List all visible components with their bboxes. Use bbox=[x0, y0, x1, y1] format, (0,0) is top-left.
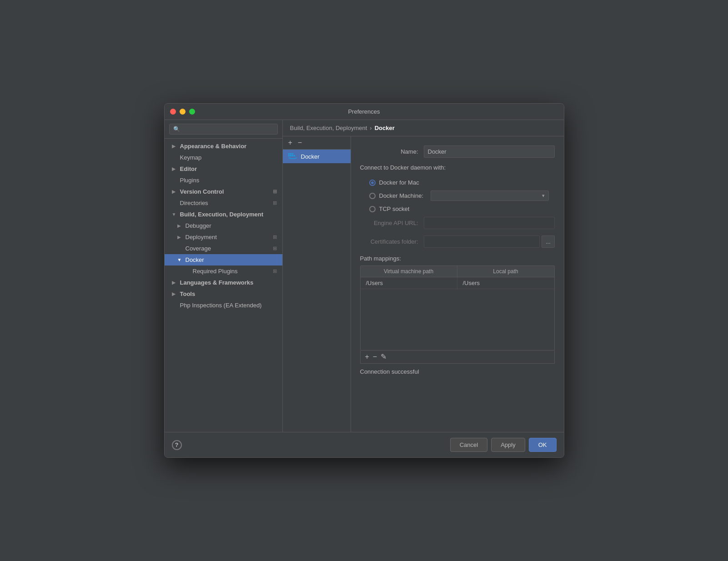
sidebar-item-required-plugins[interactable]: Required Plugins ⊞ bbox=[165, 265, 282, 277]
docker-icon bbox=[288, 153, 297, 160]
table-body: /Users /Users bbox=[361, 277, 554, 350]
expand-arrow-tools: ▶ bbox=[172, 291, 177, 296]
sidebar-label-keymap: Keymap bbox=[180, 154, 202, 161]
sidebar-label-appearance: Appearance & Behavior bbox=[180, 143, 247, 150]
col-header-local-path: Local path bbox=[457, 266, 554, 277]
svg-rect-4 bbox=[290, 155, 291, 156]
remove-docker-button[interactable]: − bbox=[297, 139, 303, 146]
sidebar-item-debugger[interactable]: ▶ Debugger bbox=[165, 220, 282, 231]
svg-rect-1 bbox=[290, 153, 291, 155]
expand-arrow-docker: ▼ bbox=[177, 257, 183, 262]
ok-button[interactable]: OK bbox=[529, 438, 557, 452]
sidebar-label-directories: Directories bbox=[180, 200, 208, 206]
docker-list: + − bbox=[283, 136, 351, 432]
connect-label-row: Connect to Docker daemon with: bbox=[360, 164, 555, 175]
sidebar-item-docker[interactable]: ▼ Docker bbox=[165, 254, 282, 265]
name-input[interactable] bbox=[424, 145, 555, 158]
svg-rect-6 bbox=[294, 155, 295, 156]
sidebar-item-tools[interactable]: ▶ Tools bbox=[165, 288, 282, 300]
dropdown-arrow-icon: ▾ bbox=[542, 193, 545, 199]
engine-api-input[interactable] bbox=[424, 217, 555, 229]
bottom-bar: ? Cancel Apply OK bbox=[165, 432, 564, 457]
certificates-row: Certificates folder: ... bbox=[360, 235, 555, 248]
path-mappings-table: Virtual machine path Local path /Users /… bbox=[360, 265, 555, 351]
svg-rect-3 bbox=[288, 155, 290, 156]
expand-arrow-build: ▼ bbox=[172, 212, 177, 217]
settings-panel: Name: Connect to Docker daemon with: Doc… bbox=[351, 136, 564, 432]
certificates-input-group: ... bbox=[424, 235, 555, 248]
apply-button[interactable]: Apply bbox=[491, 438, 525, 452]
engine-api-row: Engine API URL: bbox=[360, 217, 555, 229]
sidebar-item-editor[interactable]: ▶ Editor bbox=[165, 163, 282, 175]
close-button[interactable] bbox=[170, 109, 176, 115]
expand-arrow-debugger: ▶ bbox=[177, 223, 183, 228]
breadcrumb: Build, Execution, Deployment › Docker bbox=[283, 120, 564, 136]
sidebar-item-appearance[interactable]: ▶ Appearance & Behavior bbox=[165, 140, 282, 152]
maximize-button[interactable] bbox=[189, 109, 195, 115]
docker-item-label: Docker bbox=[301, 153, 320, 160]
docker-list-toolbar: + − bbox=[283, 136, 351, 150]
radio-docker-machine[interactable] bbox=[369, 193, 376, 199]
table-row[interactable]: /Users /Users bbox=[361, 277, 554, 289]
titlebar: Preferences bbox=[165, 104, 564, 120]
expand-arrow-vcs: ▶ bbox=[172, 189, 177, 194]
sidebar-item-version-control[interactable]: ▶ Version Control ⊞ bbox=[165, 186, 282, 197]
sidebar-label-editor: Editor bbox=[180, 165, 197, 172]
sidebar-label-tools: Tools bbox=[180, 291, 196, 297]
main-content: ▶ Appearance & Behavior Keymap ▶ Editor … bbox=[165, 120, 564, 432]
copy-icon-directories: ⊞ bbox=[273, 200, 277, 206]
table-add-button[interactable]: + bbox=[364, 353, 370, 361]
sidebar-item-languages[interactable]: ▶ Languages & Frameworks bbox=[165, 277, 282, 288]
table-edit-button[interactable]: ✎ bbox=[380, 353, 387, 361]
right-panel: Build, Execution, Deployment › Docker + … bbox=[283, 120, 564, 432]
sidebar-label-plugins: Plugins bbox=[180, 177, 200, 184]
help-button[interactable]: ? bbox=[172, 440, 182, 450]
radio-docker-machine-row: Docker Machine: ▾ bbox=[369, 190, 555, 201]
window-controls bbox=[170, 109, 195, 115]
bottom-left: ? bbox=[172, 440, 182, 450]
sidebar: ▶ Appearance & Behavior Keymap ▶ Editor … bbox=[165, 120, 283, 432]
engine-api-label: Engine API URL: bbox=[360, 220, 424, 226]
sidebar-item-keymap[interactable]: Keymap bbox=[165, 152, 282, 163]
sidebar-item-build-exec[interactable]: ▼ Build, Execution, Deployment bbox=[165, 209, 282, 220]
connect-label: Connect to Docker daemon with: bbox=[360, 164, 446, 171]
preferences-window: Preferences ▶ Appearance & Behavior Keym… bbox=[164, 103, 564, 458]
expand-arrow-appearance: ▶ bbox=[172, 144, 177, 149]
sidebar-item-coverage[interactable]: Coverage ⊞ bbox=[165, 243, 282, 254]
minimize-button[interactable] bbox=[180, 109, 186, 115]
sidebar-label-coverage: Coverage bbox=[186, 245, 211, 252]
window-title: Preferences bbox=[348, 108, 380, 115]
expand-arrow-editor: ▶ bbox=[172, 166, 177, 171]
radio-docker-mac-row: Docker for Mac bbox=[369, 179, 555, 186]
add-docker-button[interactable]: + bbox=[287, 139, 293, 146]
sidebar-label-debugger: Debugger bbox=[186, 222, 211, 229]
sidebar-item-php-inspections[interactable]: Php Inspections (EA Extended) bbox=[165, 300, 282, 311]
docker-list-item[interactable]: Docker bbox=[283, 150, 351, 163]
name-label: Name: bbox=[360, 148, 424, 155]
breadcrumb-parent: Build, Execution, Deployment bbox=[290, 125, 367, 131]
sidebar-label-required-plugins: Required Plugins bbox=[193, 268, 238, 275]
sidebar-item-deployment[interactable]: ▶ Deployment ⊞ bbox=[165, 231, 282, 243]
path-mappings-section: Path mappings: Virtual machine path Loca… bbox=[360, 255, 555, 364]
connection-status: Connection successful bbox=[360, 368, 555, 375]
radio-docker-machine-label: Docker Machine: bbox=[379, 192, 424, 199]
radio-group: Docker for Mac Docker Machine: ▾ bbox=[369, 179, 555, 212]
radio-tcp-socket[interactable] bbox=[369, 206, 376, 212]
sidebar-label-build: Build, Execution, Deployment bbox=[180, 211, 263, 218]
sidebar-item-plugins[interactable]: Plugins bbox=[165, 175, 282, 186]
svg-rect-5 bbox=[292, 155, 293, 156]
cancel-button[interactable]: Cancel bbox=[450, 438, 487, 452]
table-remove-button[interactable]: − bbox=[372, 353, 378, 361]
docker-machine-dropdown[interactable]: ▾ bbox=[431, 190, 549, 201]
certificates-input[interactable] bbox=[424, 235, 540, 248]
search-input[interactable] bbox=[169, 124, 278, 135]
local-path-cell: /Users bbox=[457, 277, 554, 289]
sidebar-item-directories[interactable]: Directories ⊞ bbox=[165, 197, 282, 209]
sidebar-label-php: Php Inspections (EA Extended) bbox=[180, 302, 262, 309]
sidebar-label-vcs: Version Control bbox=[180, 188, 224, 195]
radio-docker-mac[interactable] bbox=[369, 180, 376, 186]
sidebar-label-deployment: Deployment bbox=[186, 234, 217, 240]
radio-docker-mac-label: Docker for Mac bbox=[379, 179, 419, 186]
copy-icon-vcs: ⊞ bbox=[273, 189, 277, 195]
certificates-browse-button[interactable]: ... bbox=[542, 235, 554, 248]
